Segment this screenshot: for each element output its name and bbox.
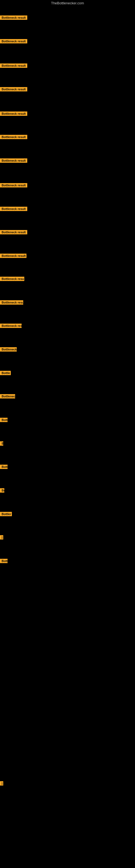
bottleneck-result-badge: Bottleneck result: [0, 230, 27, 235]
bottleneck-badge-row: Bott: [0, 559, 8, 564]
bottleneck-result-badge: Bottler: [0, 512, 12, 516]
bottleneck-result-badge: Bottleneck resu: [0, 323, 21, 328]
bottleneck-badge-row: Bottleneck result: [0, 135, 27, 140]
bottleneck-result-badge: Bott: [0, 465, 8, 469]
bottleneck-result-badge: Bottleneck result: [0, 207, 27, 211]
bottleneck-result-badge: Bottleneck result: [0, 135, 27, 139]
bottleneck-result-badge: Bottleneck result: [0, 16, 27, 20]
bottleneck-result-badge: Bo: [0, 488, 4, 493]
bottleneck-badge-row: Bottleneck result: [0, 254, 27, 259]
bottleneck-result-badge: B: [0, 441, 3, 446]
bottleneck-badge-row: Bottleneck result: [0, 207, 27, 212]
bottleneck-badge-row: Bott: [0, 465, 8, 470]
bottleneck-badge-row: |: [0, 535, 2, 540]
bottleneck-badge-row: Bottleneck result: [0, 112, 27, 117]
bottleneck-badge-row: Bottler: [0, 512, 12, 517]
bottleneck-badge-row: |: [0, 781, 2, 786]
bottleneck-result-badge: Bottleneck resu: [0, 277, 24, 281]
bottleneck-badge-row: Bottlenec: [0, 394, 15, 400]
bottleneck-badge-row: Bottleneck result: [0, 87, 27, 93]
bottleneck-result-badge: Bottlenec: [0, 394, 15, 399]
bottleneck-result-badge: Bottleneck result: [0, 87, 27, 91]
bottleneck-result-badge: Bottle: [0, 371, 11, 375]
bottleneck-badge-row: Bottleneck result: [0, 158, 27, 164]
bottleneck-badge-row: Bottleneck result: [0, 63, 27, 69]
bottleneck-badge-row: Bottleneck result: [0, 183, 27, 188]
bottleneck-result-badge: |: [0, 781, 3, 785]
bottleneck-result-badge: |: [0, 535, 3, 539]
bottleneck-result-badge: Bottleneck result: [0, 39, 27, 43]
bottleneck-badge-row: Bottleneck: [0, 347, 17, 352]
bottleneck-result-badge: Bottleneck result: [0, 112, 27, 116]
bottleneck-result-badge: Bottleneck result: [0, 158, 27, 163]
bottleneck-result-badge: Bottleneck result: [0, 183, 27, 187]
bottleneck-result-badge: Bott: [0, 559, 8, 563]
bottleneck-badge-row: Bo: [0, 488, 4, 494]
bottleneck-result-badge: Bott: [0, 418, 8, 422]
bottleneck-badge-row: Bottleneck resu: [0, 277, 24, 282]
site-title: TheBottlenecker.com: [0, 0, 135, 6]
bottleneck-result-badge: Bottleneck resu: [0, 300, 23, 305]
bottleneck-result-badge: Bottleneck result: [0, 63, 27, 68]
bottleneck-badge-row: Bottleneck resu: [0, 323, 21, 329]
bottleneck-badge-row: B: [0, 441, 3, 447]
bottleneck-badge-row: Bottleneck resu: [0, 300, 23, 306]
bottleneck-badge-row: Bottleneck result: [0, 230, 27, 236]
bottleneck-result-badge: Bottleneck result: [0, 254, 27, 258]
bottleneck-badge-row: Bott: [0, 418, 8, 423]
bottleneck-badge-row: Bottleneck result: [0, 16, 27, 21]
bottleneck-badge-row: Bottle: [0, 371, 11, 376]
bottleneck-badge-row: Bottleneck result: [0, 39, 27, 44]
bottleneck-result-badge: Bottleneck: [0, 347, 17, 351]
